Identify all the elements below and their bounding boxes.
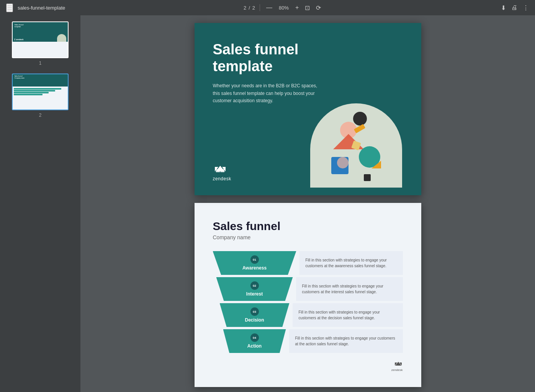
funnel-stages: 01 Awareness Fill in this section with s… <box>213 251 403 353</box>
funnel-row-awareness: 01 Awareness Fill in this section with s… <box>213 251 403 275</box>
print-button[interactable]: 🖨 <box>511 4 517 11</box>
cover-slide: Sales funnel template Whether your needs… <box>195 23 421 195</box>
arch-shape <box>310 103 402 188</box>
history-button[interactable]: ⟳ <box>314 3 322 12</box>
sidebar: Sales funneltemplate Z zendesk 1 Sales f… <box>0 15 80 392</box>
content-slide: Sales funnel Company name 01 Awareness F… <box>195 203 421 387</box>
download-button[interactable]: ⬇ <box>501 4 506 11</box>
menu-button[interactable]: ☰ <box>6 3 13 12</box>
funnel-trapezoid-3: 03 Decision <box>220 303 290 327</box>
toolbar-right: ⬇ 🖨 ⋮ <box>501 4 529 11</box>
cover-logo: zendesk <box>213 164 231 181</box>
stage-desc-1: Fill in this section with strategies to … <box>299 251 403 275</box>
cover-arch-container <box>306 88 406 188</box>
footer-logo: zendesk <box>391 361 403 372</box>
company-name: Company name <box>213 234 403 240</box>
thumbnail-frame-1: Sales funneltemplate Z zendesk <box>12 21 69 58</box>
toolbar-left: ☰ sales-funnel-template <box>6 3 65 12</box>
page2-footer: zendesk <box>213 353 403 372</box>
more-options-button[interactable]: ⋮ <box>523 4 529 11</box>
zendesk-logo-icon <box>213 164 227 175</box>
funnel-row-interest: 02 Interest Fill in this section with st… <box>213 277 403 301</box>
page-navigation: 2 / 2 <box>244 5 255 11</box>
stage-label-1: Awareness <box>242 265 267 271</box>
toolbar-center: 2 / 2 — 80% + ⊡ ⟳ <box>244 3 322 12</box>
decorative-shapes-svg <box>310 103 402 188</box>
stage-num-1: 01 <box>250 255 259 264</box>
svg-rect-5 <box>364 174 371 181</box>
thumbnail-2[interactable]: Sales funnelCompany name 2 <box>5 74 76 118</box>
stage-label-2: Interest <box>246 291 263 297</box>
total-pages: 2 <box>252 5 255 11</box>
viewer: Sales funnel template Whether your needs… <box>80 15 535 392</box>
funnel-trapezoid-1: 01 Awareness <box>213 251 296 275</box>
cover-logo-name: zendesk <box>213 176 231 181</box>
sales-funnel-title: Sales funnel <box>213 220 403 233</box>
thumbnail-frame-2: Sales funnelCompany name <box>12 74 69 110</box>
stage-num-2: 02 <box>250 281 259 290</box>
fit-page-button[interactable]: ⊡ <box>303 3 311 12</box>
document-title: sales-funnel-template <box>18 5 65 11</box>
funnel-row-decision: 03 Decision Fill in this section with st… <box>213 303 403 327</box>
stage-label-4: Action <box>247 343 262 349</box>
current-page: 2 <box>244 5 246 11</box>
footer-logo-name: zendesk <box>391 368 403 372</box>
funnel-trapezoid-2: 02 Interest <box>216 277 293 301</box>
footer-zendesk-icon <box>394 361 403 368</box>
stage-label-3: Decision <box>245 317 264 323</box>
toolbar: ☰ sales-funnel-template 2 / 2 — 80% + ⊡ … <box>0 0 535 15</box>
stage-num-3: 03 <box>250 307 259 316</box>
main-area: Sales funneltemplate Z zendesk 1 Sales f… <box>0 15 535 392</box>
stage-desc-2: Fill in this section with strategies to … <box>296 277 403 301</box>
funnel-trapezoid-4: 04 Action <box>223 329 286 353</box>
thumbnail-num-2: 2 <box>39 113 42 118</box>
thumbnail-num-1: 1 <box>39 60 42 66</box>
svg-point-6 <box>337 157 348 168</box>
zoom-level: 80% <box>277 5 291 11</box>
stage-num-4: 04 <box>250 333 259 342</box>
thumbnail-1[interactable]: Sales funneltemplate Z zendesk 1 <box>5 21 76 66</box>
svg-point-0 <box>353 112 367 126</box>
cover-title: Sales funnel template <box>213 41 343 75</box>
stage-desc-4: Fill in this section with strategies to … <box>289 329 403 353</box>
divider <box>260 4 260 11</box>
cover-description: Whether your needs are in the B2B or B2C… <box>213 82 320 105</box>
zoom-out-button[interactable]: — <box>265 3 274 12</box>
zoom-in-button[interactable]: + <box>294 3 300 12</box>
stage-desc-3: Fill in this section with strategies to … <box>293 303 403 327</box>
funnel-row-action: 04 Action Fill in this section with stra… <box>213 329 403 353</box>
